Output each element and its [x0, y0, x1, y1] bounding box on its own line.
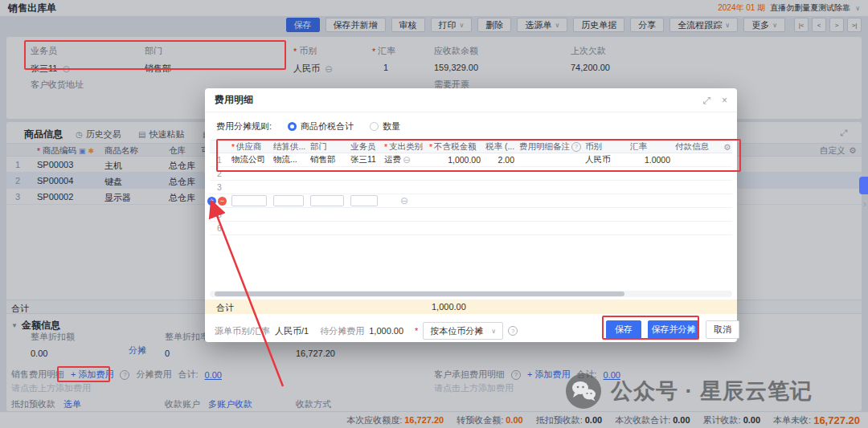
row-number: 1: [210, 155, 229, 165]
fee-row-empty[interactable]: 5: [210, 208, 732, 222]
scrollbar-thumb[interactable]: [215, 291, 624, 296]
row-number: 6: [210, 223, 229, 233]
radio-price-tax-total[interactable]: 商品价税合计: [288, 120, 354, 132]
arrow-right-icon[interactable]: ›: [863, 198, 866, 210]
dialog-save-button[interactable]: 保存: [606, 320, 641, 339]
col-remark: 费用明细备注: [519, 141, 570, 153]
fee-supplier[interactable]: 物流公司: [229, 154, 271, 165]
spread-mode-value: 按本位币分摊: [430, 325, 483, 337]
radio-dot: [370, 122, 379, 131]
col-settle-supplier: 结算供...: [271, 141, 308, 153]
pending-fee-value: 1,000.00: [369, 326, 403, 336]
clear-icon[interactable]: ⊖: [403, 155, 411, 165]
required-mark: *: [415, 326, 418, 336]
row-number: 3: [210, 182, 229, 192]
col-supplier: 供应商: [236, 141, 262, 153]
dialog-title: 费用明细: [215, 93, 691, 107]
col-rate: 汇率: [628, 141, 673, 153]
pending-fee-label: 待分摊费用: [320, 325, 364, 337]
source-currency-label: 源单币别/汇率: [215, 325, 270, 337]
fee-salesman-input[interactable]: [350, 195, 378, 206]
clear-icon[interactable]: ⊖: [400, 196, 408, 206]
fee-salesman[interactable]: 张三11: [348, 154, 382, 165]
radio-quantity[interactable]: 数量: [370, 120, 400, 132]
row-number: 5: [210, 210, 229, 219]
spread-mode-select[interactable]: 按本位币分摊∨: [423, 322, 503, 340]
fee-tax-rate[interactable]: 2.00: [483, 155, 517, 165]
row-number: 2: [210, 169, 229, 178]
col-dept: 部门: [308, 141, 348, 153]
fee-dept[interactable]: 销售部: [308, 154, 348, 165]
fee-total-value: 1,000.00: [432, 302, 466, 312]
required-mark: *: [429, 142, 432, 152]
question-icon[interactable]: ?: [571, 142, 581, 152]
fee-row-empty[interactable]: 6: [210, 222, 732, 235]
gear-icon[interactable]: ⚙: [721, 142, 732, 152]
add-row-icon[interactable]: +: [207, 197, 216, 206]
question-icon[interactable]: ?: [508, 326, 518, 336]
col-salesman: 业务员: [348, 141, 382, 153]
fee-table-header: *供应商 结算供... 部门 业务员 *支出类别 *不含税金额 税率 (... …: [210, 140, 732, 153]
fee-table: *供应商 结算供... 部门 业务员 *支出类别 *不含税金额 税率 (... …: [210, 140, 732, 235]
fee-row-editing[interactable]: + − ⊖: [210, 194, 732, 208]
fee-amount[interactable]: 1,000.00: [427, 155, 483, 165]
app-screen: 销售出库单 2024年 01 期 直播勿删量夏测试除靠 ∨ 保存 保存并新增 审…: [0, 0, 868, 428]
fee-settle-input[interactable]: [273, 195, 304, 206]
close-icon[interactable]: ×: [722, 95, 727, 106]
fee-row-empty[interactable]: 3: [210, 181, 732, 194]
fee-supplier-input[interactable]: [231, 195, 267, 206]
col-amount: 不含税金额: [434, 141, 477, 153]
fee-detail-dialog: 费用明细 ⤢ × 费用分摊规则: 商品价税合计 数量 *供应商 结算供... 部…: [205, 88, 737, 342]
col-tax-rate: 税率 (...: [483, 141, 517, 153]
dialog-save-spread-button[interactable]: 保存并分摊: [648, 320, 699, 339]
chat-float-button[interactable]: [859, 177, 868, 194]
radio-label: 商品价税合计: [301, 120, 354, 132]
dialog-header: 费用明细 ⤢ ×: [205, 88, 737, 112]
required-mark: *: [231, 142, 235, 152]
chevron-down-icon: ∨: [491, 328, 496, 335]
fee-rule-row: 费用分摊规则: 商品价税合计 数量: [216, 120, 400, 132]
fee-row[interactable]: 1 物流公司 物流... 销售部 张三11 运费⊖ 1,000.00 2.00 …: [210, 153, 732, 167]
required-mark: *: [384, 142, 387, 152]
col-pay-info: 付款信息: [673, 141, 721, 153]
fee-settle-supplier[interactable]: 物流...: [271, 154, 308, 165]
fee-total-label: 合计: [216, 302, 234, 314]
dialog-cancel-button[interactable]: 取消: [706, 320, 739, 339]
fee-rule-label: 费用分摊规则:: [216, 120, 272, 132]
fee-dept-input[interactable]: [310, 195, 344, 206]
expand-icon[interactable]: ⤢: [702, 95, 710, 106]
fee-row-empty[interactable]: 2: [210, 167, 732, 181]
col-category: 支出类别: [389, 141, 423, 153]
source-currency-value: 人民币/1: [275, 325, 309, 337]
fee-currency[interactable]: 人民币: [583, 154, 628, 165]
radio-label: 数量: [383, 120, 400, 132]
fee-total-row: 合计 1,000.00: [205, 300, 737, 314]
fee-category[interactable]: 运费: [384, 154, 401, 165]
radio-dot: [288, 122, 297, 131]
fee-rate[interactable]: 1.0000: [628, 155, 673, 165]
delete-row-icon[interactable]: −: [218, 197, 227, 206]
col-currency: 币别: [583, 141, 628, 153]
horizontal-scrollbar[interactable]: [210, 291, 732, 297]
